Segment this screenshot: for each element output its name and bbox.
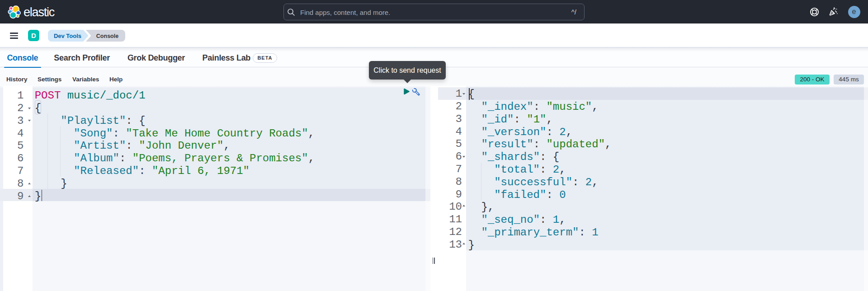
svg-text:Console: Console xyxy=(96,33,118,39)
svg-text:Dev Tools: Dev Tools xyxy=(54,32,81,39)
